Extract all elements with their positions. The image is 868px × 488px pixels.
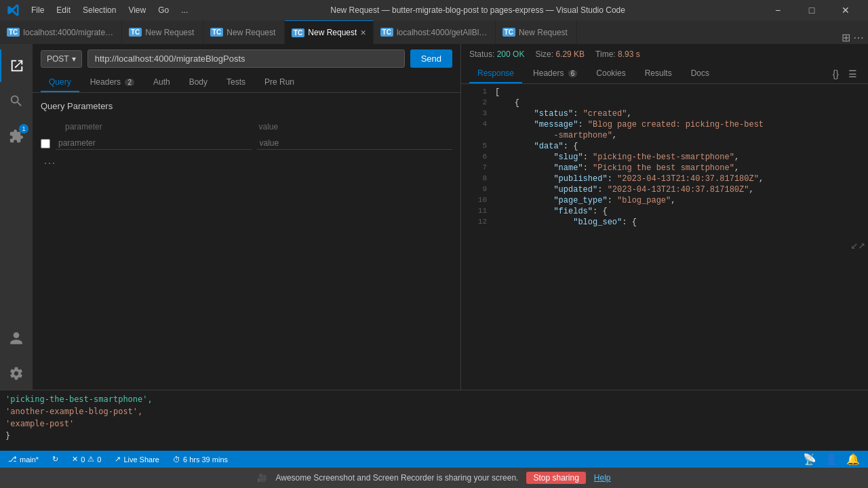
tab-prerun[interactable]: Pre Run [256, 73, 302, 92]
scroll-indicator: ↙↗ [850, 237, 865, 252]
error-warnings[interactable]: ✕ 0 ⚠ 0 [69, 455, 104, 464]
json-line: 8 "published": "2023-04-13T21:40:37.8171… [461, 174, 868, 184]
stop-sharing-button[interactable]: Stop sharing [526, 472, 585, 484]
tab-label: localhost:4000/getAllBlog... [397, 28, 488, 37]
value-column-header: value [259, 122, 448, 131]
send-button[interactable]: Send [410, 49, 452, 68]
more-options-icon[interactable]: ☰ [846, 66, 860, 82]
url-input[interactable] [87, 49, 405, 68]
close-button[interactable]: ✕ [830, 0, 861, 20]
query-section: Query Parameters parameter value ⋯ [33, 93, 460, 390]
activity-badge: 1 [19, 124, 28, 134]
activity-accounts[interactable] [0, 322, 33, 354]
json-line: 4 "message": "Blog page created: picking… [461, 119, 868, 130]
json-line: 9 "updated": "2023-04-13T21:40:37.817180… [461, 184, 868, 195]
query-table: parameter value [41, 119, 452, 152]
notification-icon: 🎥 [257, 473, 267, 483]
error-count: 0 [81, 455, 85, 464]
tab-tests[interactable]: Tests [218, 73, 254, 92]
minimize-button[interactable]: − [762, 0, 793, 20]
broadcast-icon[interactable]: 📡 [800, 450, 819, 468]
json-line: 12 "blog_seo": { [461, 217, 868, 228]
headers-badge: 2 [125, 79, 134, 86]
response-tabs: Response Headers 6 Cookies Results Docs … [461, 64, 868, 84]
menu-selection[interactable]: Selection [77, 4, 121, 16]
sync-button[interactable]: ↻ [50, 455, 61, 464]
terminal: 'picking-the-best-smartphone', 'another-… [0, 390, 868, 451]
request-tabs: Query Headers 2 Auth Body Tests Pre Run [33, 73, 460, 93]
tab-label: New Request [308, 28, 357, 37]
menu-edit[interactable]: Edit [51, 4, 76, 16]
tab-bar: TC localhost:4000/migrateBlo... TC New R… [0, 20, 868, 44]
tab-actions[interactable]: ⊞ ⋯ [837, 31, 868, 44]
menu-view[interactable]: View [123, 4, 151, 16]
request-panel: POST ▾ Send Query Headers 2 Auth Body Te… [33, 44, 461, 390]
account-icon[interactable]: 👤 [822, 450, 841, 468]
query-param-input[interactable] [56, 137, 252, 150]
live-share-label: Live Share [123, 455, 159, 464]
live-share-button[interactable]: ↗ Live Share [112, 455, 162, 464]
split-editor-icon[interactable]: ⊞ [842, 31, 850, 44]
resp-tab-response[interactable]: Response [469, 64, 522, 83]
timer-info[interactable]: ⏱ 6 hrs 39 mins [170, 455, 231, 464]
maximize-button[interactable]: □ [796, 0, 827, 20]
branch-name: main* [20, 455, 39, 464]
activity-extensions[interactable]: 1 [0, 120, 33, 152]
window-controls: − □ ✕ [762, 0, 861, 20]
tab-1[interactable]: TC localhost:4000/migrateBlo... [0, 20, 122, 44]
tab-6[interactable]: TC New Request [496, 20, 577, 44]
tab-close-icon[interactable]: × [360, 27, 366, 38]
query-value-input[interactable] [257, 137, 453, 150]
method-select[interactable]: POST ▾ [41, 50, 82, 68]
menu-bar: File Edit Selection View Go ... [26, 4, 193, 16]
terminal-cursor: ​ [5, 442, 863, 451]
tab-tc-label: TC [292, 28, 304, 37]
resp-tab-cookies[interactable]: Cookies [588, 64, 633, 83]
more-options-icon[interactable]: ⋯ [41, 152, 452, 173]
json-line: 6 "slug": "picking-the-best-smartphone", [461, 152, 868, 163]
activity-search[interactable] [0, 85, 33, 117]
tab-auth[interactable]: Auth [145, 73, 178, 92]
sync-icon: ↻ [52, 455, 58, 464]
tab-body[interactable]: Body [181, 73, 216, 92]
activity-bar: 1 [0, 44, 33, 390]
tab-5[interactable]: TC localhost:4000/getAllBlog... [374, 20, 496, 44]
size-info: Size: 6.29 KB [535, 49, 585, 59]
main-area: 1 POST ▾ Send Query Headers 2 [0, 44, 868, 390]
resp-tab-actions: {} ☰ [830, 66, 860, 82]
more-tabs-icon[interactable]: ⋯ [853, 31, 864, 44]
tab-headers[interactable]: Headers 2 [82, 73, 142, 92]
menu-file[interactable]: File [26, 4, 50, 16]
tab-2[interactable]: TC New Request [122, 20, 203, 44]
bell-icon[interactable]: 🔔 [844, 450, 863, 468]
menu-more[interactable]: ... [176, 4, 193, 16]
notification-bar: 🎥 Awesome Screenshot and Screen Recorder… [0, 468, 868, 488]
live-share-icon: ↗ [115, 455, 121, 464]
format-icon[interactable]: {} [830, 66, 842, 82]
terminal-line: 'picking-the-best-smartphone', [5, 393, 863, 405]
tab-4-active[interactable]: TC New Request × [285, 20, 374, 44]
tab-label: New Request [519, 28, 570, 37]
resp-tab-docs[interactable]: Docs [683, 64, 717, 83]
vscode-logo-icon [7, 3, 20, 17]
resp-tab-headers[interactable]: Headers 6 [525, 64, 585, 83]
tab-tc-label: TC [7, 28, 20, 37]
activity-settings[interactable] [0, 357, 33, 390]
query-checkbox[interactable] [41, 139, 50, 148]
help-link[interactable]: Help [594, 473, 611, 483]
tab-label: localhost:4000/migrateBlo... [23, 28, 115, 37]
tab-3[interactable]: TC New Request [203, 20, 285, 44]
timer-value: 6 hrs 39 mins [183, 455, 228, 464]
json-line: 1 [ [461, 87, 868, 98]
status-value: 200 OK [497, 49, 525, 59]
git-branch[interactable]: ⎇ main* [5, 455, 41, 464]
menu-go[interactable]: Go [153, 4, 174, 16]
tab-query[interactable]: Query [41, 73, 79, 92]
time-info: Time: 8.93 s [595, 49, 640, 59]
check-column-header [46, 122, 60, 131]
error-icon: ✕ [72, 455, 78, 464]
activity-explorer[interactable] [0, 49, 33, 82]
title-bar: File Edit Selection View Go ... New Requ… [0, 0, 868, 20]
resp-tab-results[interactable]: Results [637, 64, 680, 83]
response-panel: Status: 200 OK Size: 6.29 KB Time: 8.93 … [461, 44, 868, 390]
